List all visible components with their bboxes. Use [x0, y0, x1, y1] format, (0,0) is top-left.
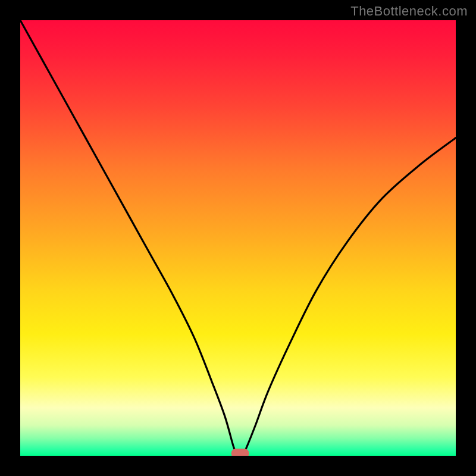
watermark-text: TheBottleneck.com — [350, 4, 468, 19]
bottleneck-curve — [20, 20, 456, 456]
optimum-marker — [231, 449, 249, 456]
plot-area — [20, 20, 456, 456]
chart-frame: TheBottleneck.com — [0, 0, 476, 476]
